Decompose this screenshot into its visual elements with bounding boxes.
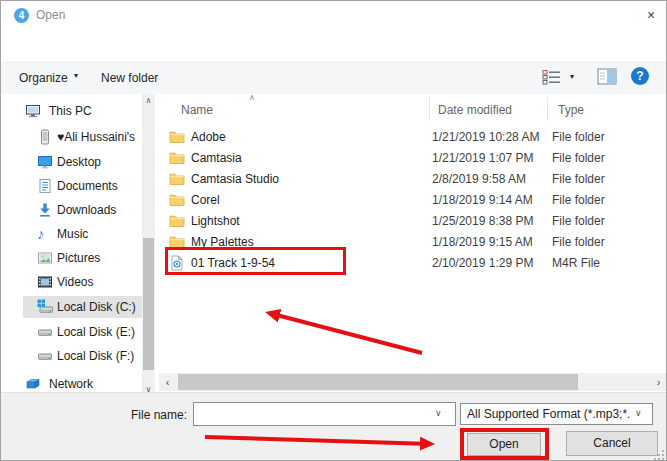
- open-button[interactable]: Open: [467, 433, 541, 456]
- organize-caret-icon: ▾: [74, 71, 78, 80]
- column-header-name[interactable]: Name: [181, 100, 213, 120]
- sidebar-item-downloads[interactable]: Downloads: [1, 199, 142, 221]
- sidebar-item-videos[interactable]: Videos: [1, 271, 142, 293]
- folder-icon: [169, 171, 185, 187]
- file-row-adobe[interactable]: Adobe 1/21/2019 10:28 AM File folder: [161, 126, 667, 147]
- network-icon: [25, 376, 41, 392]
- picture-icon: [37, 250, 53, 266]
- organize-button[interactable]: Organize: [19, 69, 68, 87]
- folder-icon: [169, 234, 185, 250]
- file-name-label: File name:: [121, 408, 187, 422]
- computer-icon: [25, 103, 41, 119]
- file-name-combobox: [193, 402, 456, 426]
- drive-icon: [37, 324, 53, 340]
- sidebar-item-documents[interactable]: Documents: [1, 175, 142, 197]
- sidebar-item-local-disk-f[interactable]: Local Disk (F:): [1, 345, 142, 367]
- documents-icon: [37, 178, 53, 194]
- desktop-icon: [37, 154, 53, 170]
- sidebar-scrollbar[interactable]: ∧ ∨: [142, 94, 155, 396]
- new-folder-button[interactable]: New folder: [101, 69, 158, 87]
- column-resize-handle[interactable]: [547, 97, 548, 121]
- window-title: Open: [36, 8, 65, 22]
- file-list-horizontal-scrollbar[interactable]: ‹ ›: [159, 373, 667, 391]
- file-row-my-palettes[interactable]: My Palettes 1/18/2019 9:15 AM File folde…: [161, 231, 667, 252]
- sidebar-item-desktop[interactable]: Desktop: [1, 151, 142, 173]
- file-row-01-track-1-9-54[interactable]: 01 Track 1-9-54 2/10/2019 1:29 PM M4R Fi…: [161, 252, 667, 273]
- file-row-camtasia-studio[interactable]: Camtasia Studio 2/8/2019 9:58 AM File fo…: [161, 168, 667, 189]
- folder-icon: [169, 150, 185, 166]
- music-note-icon: ♪: [37, 226, 53, 242]
- folder-icon: [169, 213, 185, 229]
- sidebar-item-local-disk-c[interactable]: Local Disk (C:): [23, 296, 142, 318]
- download-arrow-icon: [37, 202, 53, 218]
- change-view-button[interactable]: [542, 69, 562, 85]
- m4r-file-icon: [169, 255, 185, 271]
- scroll-left-icon[interactable]: ‹: [160, 373, 175, 391]
- file-type-chevron-icon[interactable]: ∨: [635, 408, 642, 418]
- column-header-type[interactable]: Type: [558, 100, 584, 120]
- sidebar-item-music[interactable]: ♪ Music: [1, 223, 142, 245]
- file-row-corel[interactable]: Corel 1/18/2019 9:14 AM File folder: [161, 189, 667, 210]
- column-resize-handle[interactable]: [429, 97, 430, 121]
- folder-icon: [169, 129, 185, 145]
- file-row-lightshot[interactable]: Lightshot 1/25/2019 8:38 PM File folder: [161, 210, 667, 231]
- view-caret-icon[interactable]: ▾: [570, 72, 574, 81]
- file-name-input[interactable]: [198, 405, 432, 425]
- column-header-date-modified[interactable]: Date modified: [438, 100, 512, 120]
- drive-icon: [37, 348, 53, 364]
- phone-icon: [37, 129, 53, 145]
- scrollbar-thumb[interactable]: [178, 374, 578, 390]
- preview-pane-button[interactable]: [597, 68, 617, 85]
- file-row-camtasia[interactable]: Camtasia 1/21/2019 1:07 PM File folder: [161, 147, 667, 168]
- cancel-button[interactable]: Cancel: [566, 431, 658, 456]
- scroll-right-icon[interactable]: ›: [651, 373, 666, 391]
- title-bar: 4 Open ×: [1, 1, 666, 29]
- help-button[interactable]: ?: [631, 67, 649, 85]
- file-name-dropdown-chevron-icon[interactable]: ∨: [435, 408, 442, 418]
- open-dialog: 4 Open × ← → ∨ ↑ « Users › Ali Raza › Do…: [0, 0, 667, 461]
- file-list: Adobe 1/21/2019 10:28 AM File folder Cam…: [161, 126, 667, 273]
- system-drive-icon: [37, 299, 53, 315]
- folder-icon: [169, 192, 185, 208]
- file-type-select[interactable]: All Supported Format (*.mp3;*.: [460, 403, 653, 425]
- scrollbar-thumb[interactable]: [143, 238, 154, 370]
- sidebar-item-this-pc[interactable]: This PC: [1, 100, 142, 122]
- close-button[interactable]: ×: [637, 4, 665, 26]
- sort-ascending-icon: ∧: [249, 93, 255, 102]
- resize-grip[interactable]: [653, 449, 665, 461]
- navigation-bar: ← → ∨ ↑ « Users › Ali Raza › Documents ∨: [1, 29, 666, 62]
- scroll-up-icon[interactable]: ∧: [142, 94, 155, 107]
- sidebar-item-local-disk-e[interactable]: Local Disk (E:): [1, 321, 142, 343]
- sidebar-item-ali-hussainis-device[interactable]: ♥Ali Hussaini's: [1, 126, 142, 148]
- app-icon: 4: [14, 8, 29, 23]
- sidebar-item-pictures[interactable]: Pictures: [1, 247, 142, 269]
- film-icon: [37, 274, 53, 290]
